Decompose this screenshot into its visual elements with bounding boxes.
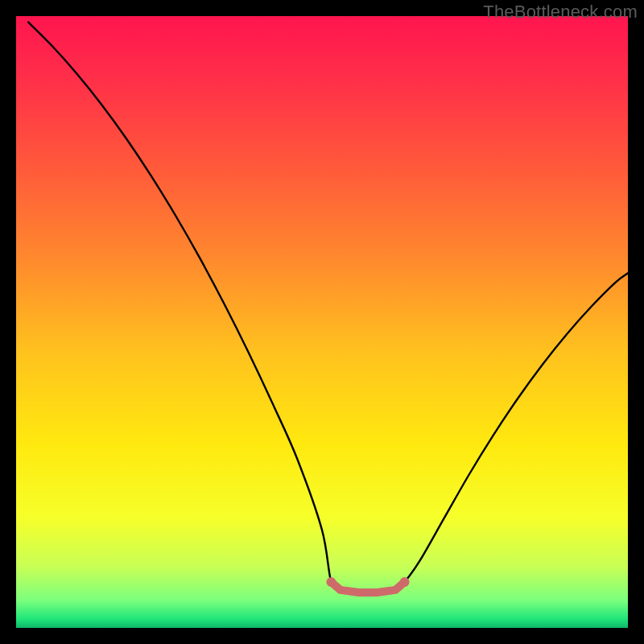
optimal-range-end-dot (400, 577, 410, 587)
plot-area (16, 16, 628, 628)
optimal-range-start-dot (326, 577, 336, 587)
optimal-range-marker (331, 582, 404, 592)
bottleneck-curve (28, 23, 628, 593)
bottleneck-curve-layer (16, 16, 628, 628)
watermark-text: TheBottleneck.com (483, 2, 638, 23)
chart-stage: TheBottleneck.com (0, 0, 644, 644)
